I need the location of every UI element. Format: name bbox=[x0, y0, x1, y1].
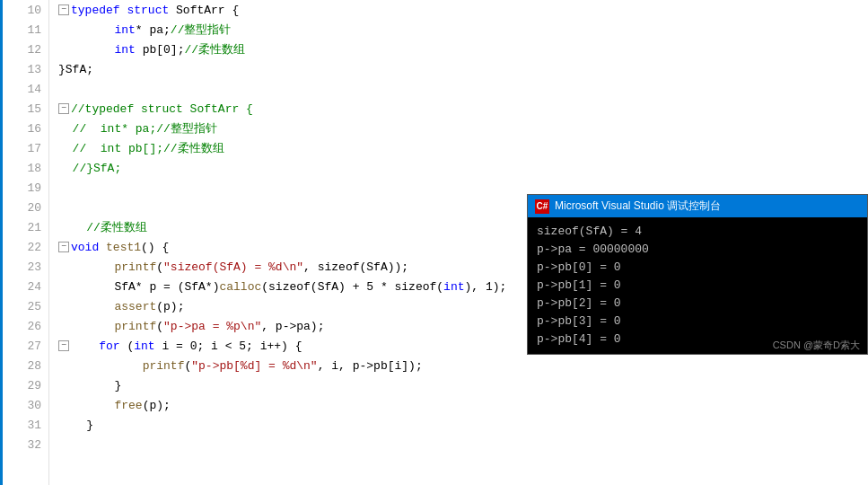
code-line: } bbox=[58, 375, 868, 395]
indent-space bbox=[58, 280, 114, 294]
line-number: 14 bbox=[0, 79, 48, 99]
line-number: 25 bbox=[0, 296, 48, 316]
plain-token: , sizeof(SfA)); bbox=[303, 260, 408, 274]
code-line: // int* pa;//整型指针 bbox=[58, 119, 868, 138]
kw-token: typedef bbox=[71, 4, 120, 17]
plain-token: , p->pa); bbox=[261, 320, 324, 333]
code-line: int* pa;//整型指针 bbox=[58, 20, 868, 40]
fn-token: printf bbox=[143, 359, 185, 373]
indent-space bbox=[58, 221, 86, 234]
collapse-button[interactable]: − bbox=[58, 103, 69, 114]
console-line: p->pb[3] = 0 bbox=[537, 313, 858, 331]
comment-token: //柔性数组 bbox=[86, 219, 147, 235]
code-line: // int pb[];//柔性数组 bbox=[58, 138, 868, 158]
kw-token: struct bbox=[127, 4, 169, 17]
comment-token: //柔性数组 bbox=[184, 41, 245, 57]
line-number: 18 bbox=[0, 158, 48, 178]
kw-token: void bbox=[71, 241, 99, 254]
line-number: 22 bbox=[0, 237, 48, 257]
plain-token: * pa; bbox=[136, 23, 171, 37]
line-number: 30 bbox=[0, 395, 48, 415]
line-number: 32 bbox=[0, 435, 48, 454]
plain-token: () { bbox=[141, 241, 169, 254]
line-number: 17 bbox=[0, 138, 48, 158]
line-number: 24 bbox=[0, 277, 48, 296]
line-number: 20 bbox=[0, 198, 48, 217]
line-number: 10 bbox=[0, 0, 48, 20]
plain-token: ( bbox=[156, 320, 163, 333]
console-titlebar: C# Microsoft Visual Studio 调试控制台 bbox=[528, 195, 867, 217]
plain-token: pb[0]; bbox=[136, 43, 185, 57]
line-number: 16 bbox=[0, 119, 48, 138]
kw-token: int bbox=[134, 340, 154, 353]
console-title: Microsoft Visual Studio 调试控制台 bbox=[555, 198, 721, 214]
str-token: "p->pb[%d] = %d\n" bbox=[191, 359, 317, 373]
plain-token: ( bbox=[184, 359, 191, 373]
code-line bbox=[58, 79, 868, 99]
fn-token: assert bbox=[114, 300, 156, 313]
collapse-button[interactable]: − bbox=[58, 4, 69, 15]
fn-token: printf bbox=[114, 320, 156, 333]
comment-token: //typedef struct SoftArr { bbox=[71, 102, 253, 116]
console-line: p->pb[0] = 0 bbox=[537, 259, 858, 277]
line-number: 29 bbox=[0, 375, 48, 395]
collapse-button[interactable]: − bbox=[58, 242, 69, 252]
indent-space bbox=[58, 379, 114, 392]
indent-space bbox=[58, 359, 143, 373]
plain-token: }SfA; bbox=[58, 63, 93, 76]
plain-token: (p); bbox=[156, 300, 184, 313]
fn-token: printf bbox=[114, 260, 156, 274]
plain-token bbox=[120, 4, 127, 17]
fn-token: free bbox=[114, 399, 142, 412]
comment-token: // int* pa;//整型指针 bbox=[58, 120, 217, 137]
indent-space bbox=[58, 300, 114, 313]
console-line: p->pa = 00000000 bbox=[537, 241, 858, 259]
line-numbers: 1011121314151617181920212223242526272829… bbox=[0, 0, 49, 485]
kw-token: for bbox=[99, 340, 119, 353]
indent-space bbox=[58, 23, 114, 37]
indent-space bbox=[58, 320, 114, 333]
plain-token: ), 1); bbox=[465, 280, 507, 294]
line-number: 28 bbox=[0, 356, 48, 375]
code-line: free(p); bbox=[58, 395, 868, 415]
plain-token: ( bbox=[120, 340, 135, 353]
plain-token: (p); bbox=[143, 399, 171, 412]
line-number: 19 bbox=[0, 178, 48, 198]
code-line: −//typedef struct SoftArr { bbox=[58, 99, 868, 119]
comment-token: // int pb[];//柔性数组 bbox=[58, 140, 224, 156]
editor: 1011121314151617181920212223242526272829… bbox=[0, 0, 868, 485]
plain-token: } bbox=[114, 379, 121, 392]
collapse-button[interactable]: − bbox=[58, 340, 69, 351]
plain-token: } bbox=[58, 419, 93, 432]
fn-token: test1 bbox=[106, 241, 141, 254]
code-line: printf("p->pb[%d] = %d\n", i, p->pb[i]); bbox=[58, 356, 868, 375]
comment-token: //}SfA; bbox=[58, 162, 121, 175]
plain-token: , i, p->pb[i]); bbox=[318, 359, 423, 373]
plain-token: SfA* p = (SfA*) bbox=[114, 280, 219, 294]
console-line: sizeof(SfA) = 4 bbox=[537, 223, 858, 241]
fn-token: calloc bbox=[219, 280, 261, 294]
code-line: } bbox=[58, 415, 868, 435]
plain-token: (sizeof(SfA) + 5 * sizeof( bbox=[261, 280, 443, 294]
plain-token: SoftArr { bbox=[169, 4, 239, 17]
indent-space bbox=[71, 340, 99, 353]
plain-token: i = 0; i < 5; i++) { bbox=[155, 340, 302, 353]
line-number: 21 bbox=[0, 217, 48, 237]
code-line bbox=[58, 435, 868, 454]
indent-space bbox=[58, 399, 114, 412]
line-number: 11 bbox=[0, 20, 48, 40]
comment-token: //整型指针 bbox=[171, 22, 232, 38]
line-number: 27 bbox=[0, 336, 48, 356]
str-token: "sizeof(SfA) = %d\n" bbox=[163, 260, 303, 274]
watermark: CSDN @蒙奇D索大 bbox=[773, 339, 860, 352]
indent-space bbox=[58, 43, 114, 57]
line-number: 26 bbox=[0, 316, 48, 336]
plain-token: ( bbox=[156, 260, 163, 274]
kw-token: int bbox=[114, 23, 135, 37]
str-token: "p->pa = %p\n" bbox=[163, 320, 261, 333]
console-body: sizeof(SfA) = 4p->pa = 00000000p->pb[0] … bbox=[528, 217, 867, 354]
kw-token: int bbox=[443, 280, 464, 294]
console-line: p->pb[1] = 0 bbox=[537, 277, 858, 295]
line-number: 13 bbox=[0, 59, 48, 79]
code-line: int pb[0];//柔性数组 bbox=[58, 40, 868, 59]
